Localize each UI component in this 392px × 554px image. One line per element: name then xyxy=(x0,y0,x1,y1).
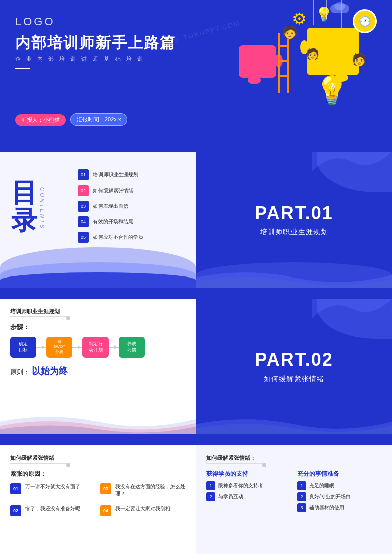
tips-text-2-2: 良好/专业的开场白 xyxy=(309,493,351,500)
toc-item-3: 03 如何表现出自信 xyxy=(78,201,188,212)
tips-item-2-3: 3 辅助器材的使用 xyxy=(297,503,382,512)
step1-box: 确定 目标 xyxy=(10,337,36,358)
reason-num-2: 02 xyxy=(10,505,21,516)
reason-text-2: 惨了，我还没有准备好呢 xyxy=(25,505,96,512)
toc-num-4: 04 xyxy=(78,216,89,227)
blue-separator-2 xyxy=(0,288,392,299)
decorative-line xyxy=(15,68,30,69)
reason-num-4: 04 xyxy=(100,505,111,516)
toc-num-2: 02 xyxy=(78,185,89,196)
reason-num-3: 03 xyxy=(100,483,111,494)
slide1-hero: LOGO 内部培训师新手上路篇 企 业 内 部 培 训 讲 师 基 础 培 训 … xyxy=(0,0,392,141)
part02-wave-svg xyxy=(196,409,392,434)
steps-label: 步骤： xyxy=(10,323,186,332)
contents-slide: 目 录 CONTENTS 01 培训师职业生涯规划 02 如何缓解紧张情绪 03… xyxy=(0,152,196,288)
tips-section-title: 如何缓解紧张情绪： xyxy=(206,454,382,462)
tips-dot-2-1: 1 xyxy=(297,481,306,490)
part02-number: PART.02 xyxy=(255,349,333,371)
page: LOGO 内部培训师新手上路篇 企 业 内 部 培 训 讲 师 基 础 培 训 … xyxy=(0,0,392,554)
toc-text-5: 如何应对不合作的学员 xyxy=(93,234,143,241)
tips-text-1-2: 与学员互动 xyxy=(218,493,243,500)
tips-dot-2-2: 2 xyxy=(297,492,306,501)
ladder xyxy=(278,33,289,93)
tips-dot-1-1: 1 xyxy=(206,481,215,490)
blue-separator-3 xyxy=(0,434,392,445)
toc-text-2: 如何缓解紧张情绪 xyxy=(93,187,133,194)
part01-slide: PART.01 培训师职业生涯规划 xyxy=(196,152,392,288)
slide-row-3: 培训师职业生涯规划 步骤： 确定 目标 做 SWOT 分析 制定行 动计划 养成… xyxy=(0,299,392,434)
toc-num-1: 01 xyxy=(78,169,89,180)
time-badge: 汇报时间：202x.x xyxy=(70,113,127,126)
tips-dot-1-2: 2 xyxy=(206,492,215,501)
part01-wave-top-svg xyxy=(312,152,392,197)
reason-label: 紧张的原因： xyxy=(10,470,186,478)
reason-1: 01 万一讲不好就太没有面了 xyxy=(10,483,96,497)
tips-dot-2-3: 3 xyxy=(297,503,306,512)
tips-item-2-2: 2 良好/专业的开场白 xyxy=(297,492,382,501)
bulb-large-icon: 💡 xyxy=(315,74,349,107)
toc-num-5: 05 xyxy=(78,232,89,243)
mu-char: 目 xyxy=(11,179,37,206)
reason-2: 02 惨了，我还没有准备好呢 xyxy=(10,505,96,516)
toc-item-2: 02 如何缓解紧张情绪 xyxy=(78,185,188,196)
reason-text-1: 万一讲不好就太没有面了 xyxy=(25,483,96,490)
steps-section-title: 培训师职业生涯规划 xyxy=(10,308,186,315)
tips-text-1-1: 眼神多看你的支持者 xyxy=(218,482,263,489)
clock-icon: 🕐 xyxy=(353,9,377,33)
step-arrow-1 xyxy=(36,347,46,348)
tips-grid: 获得学员的支持 1 眼神多看你的支持者 2 与学员互动 充分的事情准备 1 xyxy=(206,470,382,519)
puzzle-pink xyxy=(239,45,276,78)
tips-item-2-1: 1 充足的睡眠 xyxy=(297,481,382,490)
steps-slide: 培训师职业生涯规划 步骤： 确定 目标 做 SWOT 分析 制定行 动计划 养成… xyxy=(0,299,196,434)
tips-section-1: 获得学员的支持 1 眼神多看你的支持者 2 与学员互动 xyxy=(206,470,291,514)
contents-label: CONTENTS xyxy=(39,187,45,230)
toc-text-4: 有效的开场和结尾 xyxy=(93,218,133,225)
toc-num-3: 03 xyxy=(78,201,89,212)
part02-title: 如何缓解紧张情绪 xyxy=(264,375,324,384)
wave-dark xyxy=(0,272,196,288)
reporter-badge: 汇报人：小熊猫 xyxy=(15,114,66,126)
reasons-divider xyxy=(10,463,70,464)
toc-item-1: 01 培训师职业生涯规划 xyxy=(78,169,188,180)
reason-num-1: 01 xyxy=(10,483,21,494)
step2-box: 做 SWOT 分析 xyxy=(46,337,72,358)
hanging-line2 xyxy=(326,0,327,20)
figure-ladder-icon: 🧑 xyxy=(282,25,298,39)
reasons-grid: 01 万一讲不好就太没有面了 03 我没有在这方面的经验，怎么处理？ 02 惨了… xyxy=(10,483,186,520)
figure-push-icon: 🧑 xyxy=(352,53,367,67)
reasons-section-title: 如何缓解紧张情绪 xyxy=(10,454,186,462)
toc-text-3: 如何表现出自信 xyxy=(93,203,128,210)
toc-item-4: 04 有效的开场和结尾 xyxy=(78,216,188,227)
tips-header-1: 获得学员的支持 xyxy=(206,470,291,478)
figure-middle-icon: 🧑 xyxy=(306,48,319,61)
toc-list: 01 培训师职业生涯规划 02 如何缓解紧张情绪 03 如何表现出自信 04 有… xyxy=(78,169,188,247)
cloud-top xyxy=(334,2,345,10)
steps-row: 确定 目标 做 SWOT 分析 制定行 动计划 养成 习惯 xyxy=(10,337,186,358)
slide3-wave-svg xyxy=(0,409,196,434)
illustration: ⚙ 💡 🕐 xyxy=(181,0,392,136)
step4-box: 养成 习惯 xyxy=(119,337,145,358)
toc-text-1: 培训师职业生涯规划 xyxy=(93,171,138,178)
tips-divider xyxy=(206,463,266,464)
reason-text-4: 我一定要让大家对我刮相 xyxy=(115,505,186,512)
principle-row: 原则： 以始为终 xyxy=(10,365,186,377)
reasons-slide: 如何缓解紧张情绪 紧张的原因： 01 万一讲不好就太没有面了 03 我没有在这方… xyxy=(0,445,196,554)
hanging-line1 xyxy=(313,0,314,25)
tips-item-1-2: 2 与学员互动 xyxy=(206,492,291,501)
steps-divider xyxy=(10,316,70,317)
reason-4: 04 我一定要让大家对我刮相 xyxy=(100,505,186,516)
reason-3: 03 我没有在这方面的经验，怎么处理？ xyxy=(100,483,186,497)
subtitle: 企 业 内 部 培 训 讲 师 基 础 培 训 xyxy=(15,55,145,63)
lu-char: 录 xyxy=(11,207,37,233)
part02-wave-top-svg xyxy=(312,299,392,344)
reason-text-3: 我没有在这方面的经验，怎么处理？ xyxy=(115,483,186,497)
step3-box: 制定行 动计划 xyxy=(82,337,109,358)
logo: LOGO xyxy=(15,15,55,28)
slide-row-4: 如何缓解紧张情绪 紧张的原因： 01 万一讲不好就太没有面了 03 我没有在这方… xyxy=(0,445,392,554)
step-arrow-3 xyxy=(109,347,119,348)
slide-row-2: 目 录 CONTENTS 01 培训师职业生涯规划 02 如何缓解紧张情绪 03… xyxy=(0,152,392,288)
part01-number: PART.01 xyxy=(255,203,333,224)
part02-slide: PART.02 如何缓解紧张情绪 xyxy=(196,299,392,434)
part01-wave-svg xyxy=(196,262,392,288)
toc-item-5: 05 如何应对不合作的学员 xyxy=(78,232,188,243)
